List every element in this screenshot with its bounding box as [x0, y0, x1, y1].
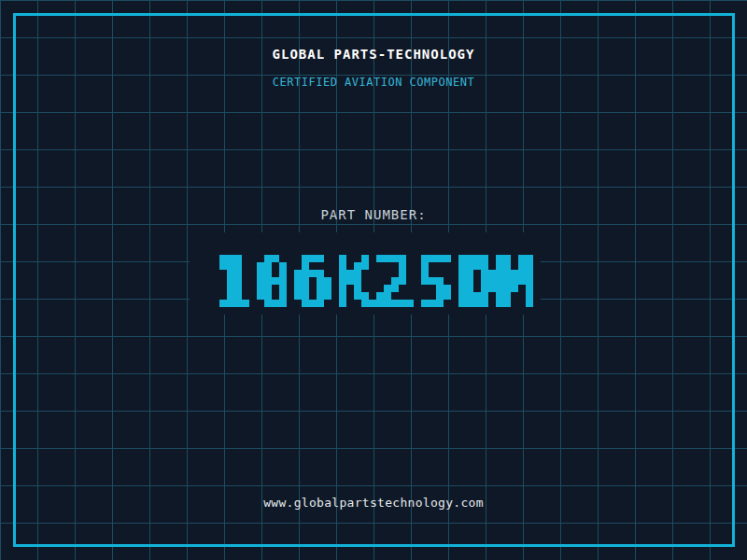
grid-background: GLOBAL PARTS-TECHNOLOGY CERTIFIED AVIATI… [0, 0, 747, 560]
certification-subtitle: CERTIFIED AVIATION COMPONENT [0, 76, 747, 89]
company-name: GLOBAL PARTS-TECHNOLOGY [0, 47, 747, 62]
part-number-display [190, 232, 541, 315]
website-url: www.globalpartstechnology.com [0, 496, 747, 510]
part-number-label: PART NUMBER: [0, 207, 747, 222]
